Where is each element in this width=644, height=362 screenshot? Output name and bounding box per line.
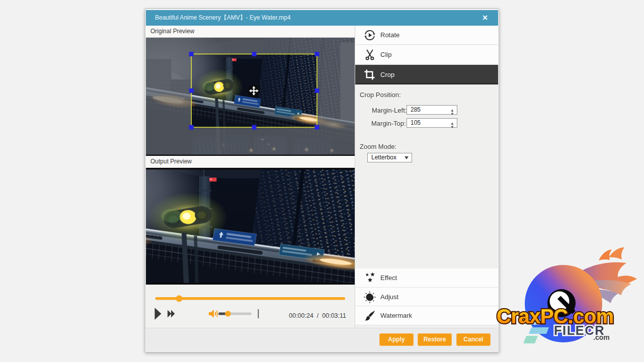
svg-text:.com: .com bbox=[593, 333, 610, 341]
svg-text:CraxPC.com: CraxPC.com bbox=[497, 305, 614, 327]
